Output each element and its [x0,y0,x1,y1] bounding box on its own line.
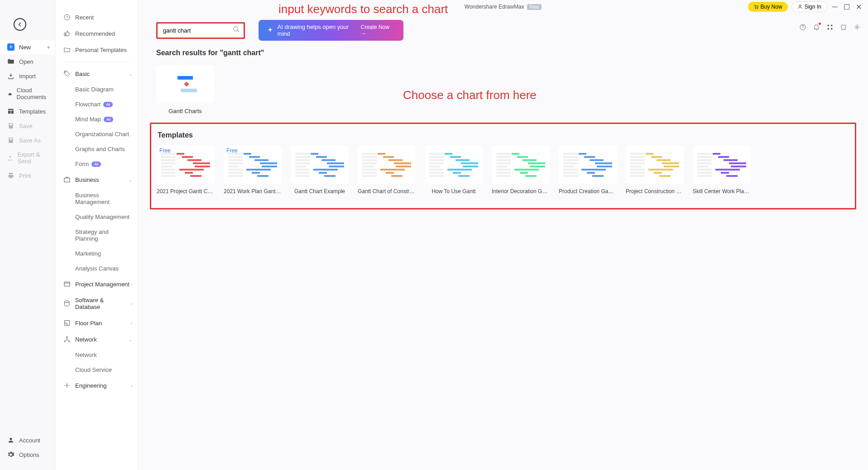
template-thumb: Free [157,146,215,184]
minimize-button[interactable]: ─ [831,3,839,11]
cat-graphs[interactable]: Graphs and Charts [55,142,138,157]
chevron-right-icon: › [131,383,132,388]
template-label: Gantt Chart of Constructio... [358,184,416,195]
cat-personal[interactable]: Personal Templates [55,42,138,58]
settings-icon[interactable] [854,24,861,31]
template-grid: Free 2021 Project Gantt Chart Free 2021 … [157,146,849,195]
search-icon[interactable] [233,26,240,35]
cat-form[interactable]: FormAI [55,157,138,171]
cat-network[interactable]: Network ⌄ [55,331,138,347]
sign-in-label: Sign In [805,4,821,10]
nav-account[interactable]: Account [0,433,55,447]
nav-print[interactable]: Print [0,168,55,183]
import-icon [7,72,14,80]
tag-icon [63,70,71,77]
cat-recent[interactable]: Recent [55,9,138,25]
template-card[interactable]: Product Creation Gantt C... [559,146,617,195]
svg-rect-7 [64,282,70,286]
template-label: Skill Center Work Plan Gan... [693,184,751,195]
buy-now-label: Buy Now [761,4,782,10]
nav-cloud[interactable]: Cloud Documents [0,83,55,104]
template-card[interactable]: Free 2021 Work Plan Gantt Chart [224,146,282,195]
titlebar: Wondershare EdrawMax Free Buy Now Sign I… [138,0,868,14]
nav-new[interactable]: + New + [0,40,55,54]
shirt-icon[interactable] [840,24,847,31]
cat-strategy[interactable]: Strategy and Planning [55,224,138,246]
search-input[interactable] [158,24,244,38]
nav-export[interactable]: Export & Send [0,147,55,168]
template-card[interactable]: Interior Decoration Gantt C... [492,146,550,195]
nav-save-label: Save [19,123,33,129]
apps-icon[interactable] [826,24,834,31]
cat-bizmgmt[interactable]: Business Management [55,188,138,209]
nav-open[interactable]: Open [0,54,55,69]
ai-banner[interactable]: AI drawing helps open your mind Create N… [259,20,403,41]
bell-icon[interactable] [813,24,820,31]
cloud-icon [7,90,12,97]
plus-square-icon: + [7,43,14,51]
ai-banner-text: AI drawing helps open your mind [278,24,361,37]
add-icon[interactable]: + [47,44,50,51]
cat-flowchart[interactable]: FlowchartAI [55,97,138,112]
maximize-button[interactable]: ☐ [843,3,851,11]
project-icon [63,280,71,288]
search-wrap [156,22,245,39]
close-button[interactable]: ✕ [854,3,863,11]
result-thumb [156,65,214,103]
svg-rect-22 [831,28,832,29]
annotation-choose-hint: Choose a chart from here [403,88,537,102]
cat-quality[interactable]: Quality Management [55,209,138,224]
nav-print-label: Print [19,172,31,179]
nav-cloud-label: Cloud Documents [17,87,48,100]
nav-saveas-label: Save As [19,137,41,144]
back-button[interactable] [14,18,26,31]
cat-mindmap[interactable]: Mind MapAI [55,112,138,127]
chevron-right-icon: › [131,282,132,287]
nav-templates[interactable]: Templates [0,104,55,119]
cat-recommended[interactable]: Recommended [55,25,138,42]
nav-new-label: New [19,44,31,51]
template-card[interactable]: How To Use Gantt [425,146,483,195]
svg-point-8 [65,301,69,303]
cat-cloudservice[interactable]: Cloud Service [55,362,138,377]
template-card[interactable]: Gantt Chart of Constructio... [358,146,416,195]
gantt-preview-icon [161,153,210,179]
nav-import[interactable]: Import [0,69,55,83]
nav-save[interactable]: Save [0,119,55,133]
cat-basic-diagram[interactable]: Basic Diagram [55,82,138,97]
back-arrow-icon [17,21,23,28]
cat-basic[interactable]: Basic ⌄ [55,66,138,82]
gantt-preview-icon [429,153,478,179]
cat-software[interactable]: Software & Database › [55,292,138,315]
cat-project[interactable]: Project Management › [55,276,138,292]
cat-analysis[interactable]: Analysis Canvas [55,261,138,276]
cat-floor[interactable]: Floor Plan › [55,315,138,331]
nav-saveas[interactable]: Save As [0,133,55,147]
nav-templates-label: Templates [19,108,46,115]
result-card-gantt[interactable]: Gantt Charts [156,65,214,114]
template-label: 2021 Work Plan Gantt Chart [224,184,282,195]
template-thumb: Free [224,146,282,184]
svg-point-16 [799,5,801,7]
cat-network-sub[interactable]: Network [55,347,138,362]
cat-engineering[interactable]: Engineering › [55,377,138,394]
save-icon [7,122,14,129]
sign-in-button[interactable]: Sign In [791,1,827,12]
help-icon[interactable] [799,24,806,31]
network-icon [63,336,71,343]
cat-business[interactable]: Business ⌄ [55,171,138,188]
template-card[interactable]: Gantt Chart Example [291,146,349,195]
export-icon [7,154,13,161]
template-label: Interior Decoration Gantt C... [492,184,550,195]
nav-options[interactable]: Options [0,447,55,462]
cat-orgchart[interactable]: Organizational Chart [55,127,138,142]
clock-icon [63,14,71,21]
cat-marketing[interactable]: Marketing [55,246,138,261]
ai-badge: AI [103,102,113,107]
gear-icon [7,451,14,458]
template-card[interactable]: Free 2021 Project Gantt Chart [157,146,215,195]
template-card[interactable]: Project Construction Sche... [626,146,684,195]
svg-point-5 [65,72,66,73]
template-card[interactable]: Skill Center Work Plan Gan... [693,146,751,195]
buy-now-button[interactable]: Buy Now [748,2,788,12]
